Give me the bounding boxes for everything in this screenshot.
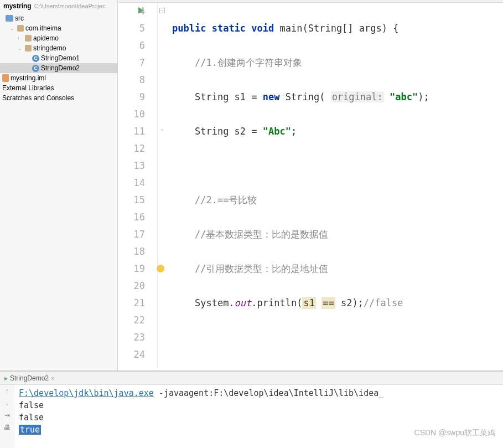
print-icon[interactable]: 🖶 bbox=[3, 424, 11, 431]
tree-label: StringDemo2 bbox=[41, 64, 80, 72]
console-output[interactable]: F:\develop\jdk\bin\java.exe -javaagent:F… bbox=[14, 385, 503, 448]
editor-area: 4 5 6 7 8 9 10 11 12 13 14 15 16 17 18 1… bbox=[118, 0, 503, 370]
folder-icon bbox=[6, 15, 13, 22]
project-sidebar: mystring C:\Users\moon\IdeaProjec src ⌄ … bbox=[0, 0, 118, 370]
tree-src[interactable]: src bbox=[0, 13, 117, 23]
fold-handle[interactable]: − bbox=[159, 8, 165, 13]
tree-label: Scratches and Consoles bbox=[2, 94, 74, 102]
tree-label: apidemo bbox=[33, 34, 59, 42]
project-tree: src ⌄ com.itheima › apidemo ⌄ stringdemo… bbox=[0, 12, 117, 104]
tree-package-stringdemo[interactable]: ⌄ stringdemo bbox=[0, 43, 117, 53]
tree-iml[interactable]: mystring.iml bbox=[0, 73, 117, 83]
console-line: false bbox=[19, 411, 499, 424]
class-icon: C bbox=[32, 65, 39, 72]
package-icon bbox=[25, 35, 32, 42]
down-icon[interactable]: ↓ bbox=[3, 399, 11, 407]
tree-external-libraries[interactable]: External Libraries bbox=[0, 83, 117, 93]
code-content[interactable]: public static void main(String[] args) {… bbox=[168, 3, 503, 370]
wrap-icon[interactable]: ⇥ bbox=[3, 411, 11, 419]
fold-strip: − ⌃ bbox=[158, 3, 168, 370]
class-icon: C bbox=[32, 55, 39, 62]
console-command-link[interactable]: F:\develop\jdk\bin\java.exe bbox=[19, 388, 154, 398]
console-line: false bbox=[19, 399, 499, 411]
tree-class-stringdemo2[interactable]: C StringDemo2 bbox=[0, 63, 117, 73]
project-header[interactable]: mystring C:\Users\moon\IdeaProjec bbox=[0, 0, 117, 12]
chevron-down-icon[interactable]: ⌄ bbox=[10, 25, 15, 31]
file-icon bbox=[2, 74, 9, 82]
line-gutter: 4 5 6 7 8 9 10 11 12 13 14 15 16 17 18 1… bbox=[118, 3, 158, 370]
package-icon bbox=[17, 25, 24, 32]
console-tab-stringdemo2[interactable]: ▸ StringDemo2 × bbox=[4, 374, 54, 382]
tree-label: src bbox=[15, 14, 24, 22]
tree-scratches[interactable]: Scratches and Consoles bbox=[0, 93, 117, 103]
tree-label: stringdemo bbox=[33, 44, 66, 52]
tree-label: com.itheima bbox=[25, 24, 61, 32]
chevron-right-icon[interactable]: › bbox=[18, 35, 23, 41]
up-icon[interactable]: ↑ bbox=[3, 387, 11, 395]
gutter-line: 4 bbox=[118, 3, 145, 20]
console-tabs[interactable]: ▸ StringDemo2 × bbox=[0, 372, 503, 385]
code-editor[interactable]: 4 5 6 7 8 9 10 11 12 13 14 15 16 17 18 1… bbox=[118, 3, 503, 370]
tree-class-stringdemo1[interactable]: C StringDemo1 bbox=[0, 53, 117, 63]
project-path: C:\Users\moon\IdeaProjec bbox=[34, 3, 106, 9]
run-icon[interactable] bbox=[138, 7, 144, 14]
tree-label: StringDemo1 bbox=[41, 54, 80, 62]
tree-package-root[interactable]: ⌄ com.itheima bbox=[0, 23, 117, 33]
intention-bulb-icon[interactable] bbox=[157, 265, 164, 272]
console-toolbar: ↑ ↓ ⇥ 🖶 bbox=[0, 385, 14, 448]
fold-handle[interactable]: ⌃ bbox=[159, 128, 165, 133]
watermark: CSDN @swpu软工菜鸡 bbox=[414, 428, 495, 438]
close-icon[interactable]: × bbox=[51, 375, 54, 382]
tree-label: External Libraries bbox=[2, 84, 54, 92]
tree-package-apidemo[interactable]: › apidemo bbox=[0, 33, 117, 43]
chevron-down-icon[interactable]: ⌄ bbox=[18, 45, 23, 51]
tree-label: mystring.iml bbox=[11, 74, 46, 82]
project-name: mystring bbox=[3, 2, 32, 10]
package-icon bbox=[25, 45, 32, 52]
